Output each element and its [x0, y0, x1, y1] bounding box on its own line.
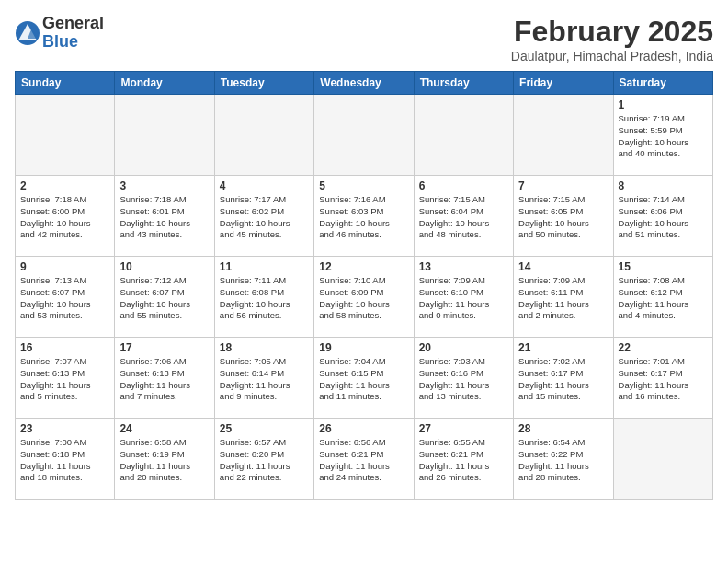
day-info: Sunrise: 6:56 AM Sunset: 6:21 PM Dayligh… [319, 437, 408, 484]
day-info: Sunrise: 6:55 AM Sunset: 6:21 PM Dayligh… [419, 437, 508, 484]
day-info: Sunrise: 7:00 AM Sunset: 6:18 PM Dayligh… [20, 437, 109, 484]
day-info: Sunrise: 6:58 AM Sunset: 6:19 PM Dayligh… [119, 437, 209, 484]
calendar-cell [514, 95, 613, 176]
calendar-cell [613, 419, 712, 500]
logo-text: General Blue [42, 15, 104, 52]
day-number: 17 [119, 341, 209, 354]
day-info: Sunrise: 7:19 AM Sunset: 5:59 PM Dayligh… [619, 113, 708, 160]
calendar-cell: 18Sunrise: 7:05 AM Sunset: 6:14 PM Dayli… [214, 338, 313, 419]
day-number: 8 [619, 179, 708, 192]
day-info: Sunrise: 7:08 AM Sunset: 6:12 PM Dayligh… [619, 275, 708, 322]
day-number: 12 [319, 260, 408, 273]
day-number: 3 [119, 179, 209, 192]
calendar-cell: 19Sunrise: 7:04 AM Sunset: 6:15 PM Dayli… [314, 338, 414, 419]
calendar-cell: 5Sunrise: 7:16 AM Sunset: 6:03 PM Daylig… [314, 176, 414, 257]
day-info: Sunrise: 7:15 AM Sunset: 6:04 PM Dayligh… [419, 194, 508, 241]
calendar-cell: 1Sunrise: 7:19 AM Sunset: 5:59 PM Daylig… [613, 95, 712, 176]
weekday-header-thursday: Thursday [414, 72, 513, 95]
day-number: 7 [518, 179, 608, 192]
weekday-header-row: SundayMondayTuesdayWednesdayThursdayFrid… [16, 72, 713, 95]
day-info: Sunrise: 7:18 AM Sunset: 6:00 PM Dayligh… [20, 194, 109, 241]
calendar-cell [314, 95, 414, 176]
day-number: 26 [319, 422, 408, 435]
day-number: 16 [20, 341, 109, 354]
calendar-cell: 23Sunrise: 7:00 AM Sunset: 6:18 PM Dayli… [16, 419, 115, 500]
day-number: 24 [119, 422, 209, 435]
calendar-cell: 4Sunrise: 7:17 AM Sunset: 6:02 PM Daylig… [214, 176, 313, 257]
calendar-week-row: 2Sunrise: 7:18 AM Sunset: 6:00 PM Daylig… [16, 176, 713, 257]
calendar-cell: 28Sunrise: 6:54 AM Sunset: 6:22 PM Dayli… [514, 419, 613, 500]
day-info: Sunrise: 6:54 AM Sunset: 6:22 PM Dayligh… [518, 437, 608, 484]
day-info: Sunrise: 7:16 AM Sunset: 6:03 PM Dayligh… [319, 194, 408, 241]
calendar-cell: 2Sunrise: 7:18 AM Sunset: 6:00 PM Daylig… [16, 176, 115, 257]
day-number: 10 [119, 260, 209, 273]
calendar-cell [16, 95, 115, 176]
day-number: 19 [319, 341, 408, 354]
day-number: 28 [518, 422, 608, 435]
day-info: Sunrise: 7:04 AM Sunset: 6:15 PM Dayligh… [319, 356, 408, 403]
calendar-week-row: 23Sunrise: 7:00 AM Sunset: 6:18 PM Dayli… [16, 419, 713, 500]
calendar-cell: 21Sunrise: 7:02 AM Sunset: 6:17 PM Dayli… [514, 338, 613, 419]
day-number: 2 [20, 179, 109, 192]
day-info: Sunrise: 7:12 AM Sunset: 6:07 PM Dayligh… [119, 275, 209, 322]
page-header: General Blue February 2025 Daulatpur, Hi… [15, 15, 713, 63]
calendar-cell: 20Sunrise: 7:03 AM Sunset: 6:16 PM Dayli… [414, 338, 513, 419]
weekday-header-saturday: Saturday [613, 72, 712, 95]
calendar-cell: 24Sunrise: 6:58 AM Sunset: 6:19 PM Dayli… [115, 419, 214, 500]
day-info: Sunrise: 7:06 AM Sunset: 6:13 PM Dayligh… [119, 356, 209, 403]
day-info: Sunrise: 7:09 AM Sunset: 6:10 PM Dayligh… [419, 275, 508, 322]
calendar-cell: 27Sunrise: 6:55 AM Sunset: 6:21 PM Dayli… [414, 419, 513, 500]
day-info: Sunrise: 7:05 AM Sunset: 6:14 PM Dayligh… [220, 356, 309, 403]
calendar-cell: 6Sunrise: 7:15 AM Sunset: 6:04 PM Daylig… [414, 176, 513, 257]
weekday-header-sunday: Sunday [16, 72, 115, 95]
calendar-week-row: 9Sunrise: 7:13 AM Sunset: 6:07 PM Daylig… [16, 257, 713, 338]
day-info: Sunrise: 7:07 AM Sunset: 6:13 PM Dayligh… [20, 356, 109, 403]
day-info: Sunrise: 7:10 AM Sunset: 6:09 PM Dayligh… [319, 275, 408, 322]
day-number: 20 [419, 341, 508, 354]
day-number: 13 [419, 260, 508, 273]
calendar-week-row: 1Sunrise: 7:19 AM Sunset: 5:59 PM Daylig… [16, 95, 713, 176]
title-block: February 2025 Daulatpur, Himachal Prades… [511, 15, 713, 63]
day-number: 4 [220, 179, 309, 192]
day-info: Sunrise: 7:11 AM Sunset: 6:08 PM Dayligh… [220, 275, 309, 322]
calendar-cell: 8Sunrise: 7:14 AM Sunset: 6:06 PM Daylig… [613, 176, 712, 257]
calendar-cell: 14Sunrise: 7:09 AM Sunset: 6:11 PM Dayli… [514, 257, 613, 338]
calendar-cell: 10Sunrise: 7:12 AM Sunset: 6:07 PM Dayli… [115, 257, 214, 338]
logo-icon [15, 20, 40, 46]
day-number: 23 [20, 422, 109, 435]
logo-blue-text: Blue [42, 33, 104, 52]
day-info: Sunrise: 7:13 AM Sunset: 6:07 PM Dayligh… [20, 275, 109, 322]
calendar-cell: 3Sunrise: 7:18 AM Sunset: 6:01 PM Daylig… [115, 176, 214, 257]
calendar-cell: 7Sunrise: 7:15 AM Sunset: 6:05 PM Daylig… [514, 176, 613, 257]
day-number: 6 [419, 179, 508, 192]
calendar-cell: 26Sunrise: 6:56 AM Sunset: 6:21 PM Dayli… [314, 419, 414, 500]
day-info: Sunrise: 6:57 AM Sunset: 6:20 PM Dayligh… [220, 437, 309, 484]
day-number: 21 [518, 341, 608, 354]
day-info: Sunrise: 7:18 AM Sunset: 6:01 PM Dayligh… [119, 194, 209, 241]
day-number: 15 [619, 260, 708, 273]
calendar-cell: 12Sunrise: 7:10 AM Sunset: 6:09 PM Dayli… [314, 257, 414, 338]
logo-general-text: General [42, 15, 104, 33]
calendar-cell [214, 95, 313, 176]
calendar-cell: 15Sunrise: 7:08 AM Sunset: 6:12 PM Dayli… [613, 257, 712, 338]
calendar-cell: 16Sunrise: 7:07 AM Sunset: 6:13 PM Dayli… [16, 338, 115, 419]
day-info: Sunrise: 7:01 AM Sunset: 6:17 PM Dayligh… [619, 356, 708, 403]
calendar-cell: 13Sunrise: 7:09 AM Sunset: 6:10 PM Dayli… [414, 257, 513, 338]
day-number: 27 [419, 422, 508, 435]
weekday-header-friday: Friday [514, 72, 613, 95]
day-info: Sunrise: 7:03 AM Sunset: 6:16 PM Dayligh… [419, 356, 508, 403]
day-number: 9 [20, 260, 109, 273]
day-number: 22 [619, 341, 708, 354]
day-info: Sunrise: 7:17 AM Sunset: 6:02 PM Dayligh… [220, 194, 309, 241]
calendar-cell: 11Sunrise: 7:11 AM Sunset: 6:08 PM Dayli… [214, 257, 313, 338]
calendar-cell: 9Sunrise: 7:13 AM Sunset: 6:07 PM Daylig… [16, 257, 115, 338]
day-info: Sunrise: 7:02 AM Sunset: 6:17 PM Dayligh… [518, 356, 608, 403]
day-number: 14 [518, 260, 608, 273]
month-title: February 2025 [511, 15, 713, 49]
day-info: Sunrise: 7:15 AM Sunset: 6:05 PM Dayligh… [518, 194, 608, 241]
weekday-header-wednesday: Wednesday [314, 72, 414, 95]
weekday-header-tuesday: Tuesday [214, 72, 313, 95]
logo: General Blue [15, 15, 104, 52]
calendar-cell: 17Sunrise: 7:06 AM Sunset: 6:13 PM Dayli… [115, 338, 214, 419]
calendar-week-row: 16Sunrise: 7:07 AM Sunset: 6:13 PM Dayli… [16, 338, 713, 419]
